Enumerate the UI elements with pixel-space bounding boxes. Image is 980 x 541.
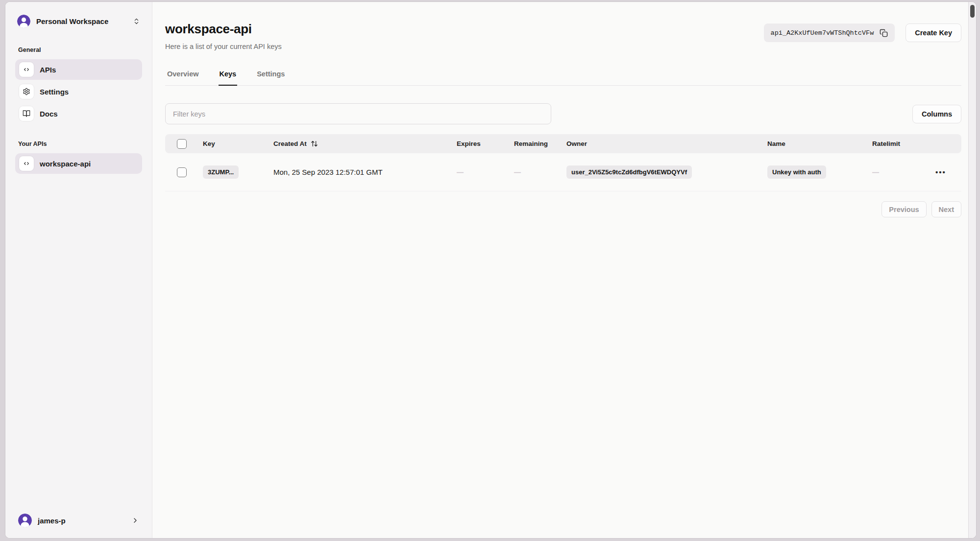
previous-button[interactable]: Previous xyxy=(882,201,926,217)
arrow-up-down-icon[interactable] xyxy=(311,140,318,147)
key-badge: 3ZUMP... xyxy=(203,165,239,179)
sidebar-item-label: workspace-api xyxy=(40,160,91,168)
sidebar-item-label: Settings xyxy=(40,88,69,96)
copy-icon[interactable] xyxy=(880,29,888,37)
sidebar-section-general-label: General xyxy=(18,47,139,53)
chevrons-up-down-icon xyxy=(133,18,140,25)
row-checkbox[interactable] xyxy=(177,167,187,177)
sidebar: Personal Workspace General APIs Settings… xyxy=(5,2,152,538)
table-toolbar: Columns xyxy=(165,103,961,124)
header-checkbox-cell xyxy=(165,139,203,149)
tab-overview[interactable]: Overview xyxy=(166,70,200,85)
code-icon xyxy=(19,62,34,77)
next-button[interactable]: Next xyxy=(931,201,961,217)
api-key-value: api_A2KxUfUem7vWTShQhtcVFw xyxy=(771,29,874,37)
cell-owner: user_2Vi5Z5c9tcZd6dfbgV6tEWDQYVf xyxy=(566,165,767,179)
sidebar-item-label: Docs xyxy=(40,110,58,118)
sidebar-item-label: APIs xyxy=(40,66,56,74)
select-all-checkbox[interactable] xyxy=(177,139,187,149)
sidebar-item-apis[interactable]: APIs xyxy=(15,59,142,80)
page-subtitle: Here is a list of your current API keys xyxy=(165,43,282,50)
cell-created-at: Mon, 25 Sep 2023 12:57:01 GMT xyxy=(273,168,457,176)
sidebar-item-settings[interactable]: Settings xyxy=(15,81,142,102)
workspace-avatar-icon xyxy=(17,15,30,28)
workspace-switcher[interactable]: Personal Workspace xyxy=(15,13,142,30)
table-header-row: Key Created At Expires Remaining Owner N… xyxy=(165,134,961,153)
pagination: Previous Next xyxy=(165,201,961,217)
cell-key: 3ZUMP... xyxy=(203,165,273,179)
column-header-owner: Owner xyxy=(566,140,767,147)
column-header-remaining: Remaining xyxy=(514,140,566,147)
ellipsis-icon[interactable]: ••• xyxy=(935,168,946,176)
sidebar-item-workspace-api[interactable]: workspace-api xyxy=(15,153,142,174)
column-header-expires: Expires xyxy=(457,140,514,147)
columns-button[interactable]: Columns xyxy=(912,105,961,123)
tab-settings[interactable]: Settings xyxy=(256,70,286,85)
column-header-ratelimit: Ratelimit xyxy=(872,140,935,147)
cell-remaining: — xyxy=(514,168,566,176)
user-avatar-icon xyxy=(18,514,32,527)
vertical-scrollbar[interactable] xyxy=(968,2,976,538)
app-window: Personal Workspace General APIs Settings… xyxy=(5,1,977,539)
api-key-badge[interactable]: api_A2KxUfUem7vWTShQhtcVFw xyxy=(764,24,895,42)
title-block: workspace-api Here is a list of your cur… xyxy=(165,22,282,50)
gear-icon xyxy=(19,84,34,99)
cell-ratelimit: — xyxy=(872,168,935,176)
workspace-name: Personal Workspace xyxy=(36,17,127,25)
cell-name: Unkey with auth xyxy=(767,165,872,179)
user-name: james-p xyxy=(38,517,125,525)
tab-bar: Overview Keys Settings xyxy=(165,70,961,86)
row-checkbox-cell xyxy=(165,167,203,177)
code-icon xyxy=(19,156,34,171)
header-actions: api_A2KxUfUem7vWTShQhtcVFw Create Key xyxy=(764,24,961,42)
main-content: workspace-api Here is a list of your cur… xyxy=(152,2,968,538)
cell-expires: — xyxy=(457,168,514,176)
page-header: workspace-api Here is a list of your cur… xyxy=(165,22,961,50)
sidebar-item-docs[interactable]: Docs xyxy=(15,103,142,124)
column-header-name: Name xyxy=(767,140,872,147)
book-icon xyxy=(19,106,34,121)
table-row[interactable]: 3ZUMP... Mon, 25 Sep 2023 12:57:01 GMT —… xyxy=(165,153,961,191)
cell-actions: ••• xyxy=(935,168,961,177)
column-header-created-at[interactable]: Created At xyxy=(273,140,457,147)
page-title: workspace-api xyxy=(165,22,282,37)
user-menu[interactable]: james-p xyxy=(15,512,142,529)
column-header-key: Key xyxy=(203,140,273,147)
create-key-button[interactable]: Create Key xyxy=(906,24,961,42)
keys-table: Key Created At Expires Remaining Owner N… xyxy=(165,134,961,191)
filter-keys-input[interactable] xyxy=(165,103,551,124)
chevron-right-icon xyxy=(131,517,139,524)
sidebar-section-your-apis-label: Your APIs xyxy=(18,141,139,147)
name-badge: Unkey with auth xyxy=(767,165,826,179)
owner-badge: user_2Vi5Z5c9tcZd6dfbgV6tEWDQYVf xyxy=(566,165,692,179)
scrollbar-thumb[interactable] xyxy=(970,5,975,18)
tab-keys[interactable]: Keys xyxy=(219,70,238,85)
